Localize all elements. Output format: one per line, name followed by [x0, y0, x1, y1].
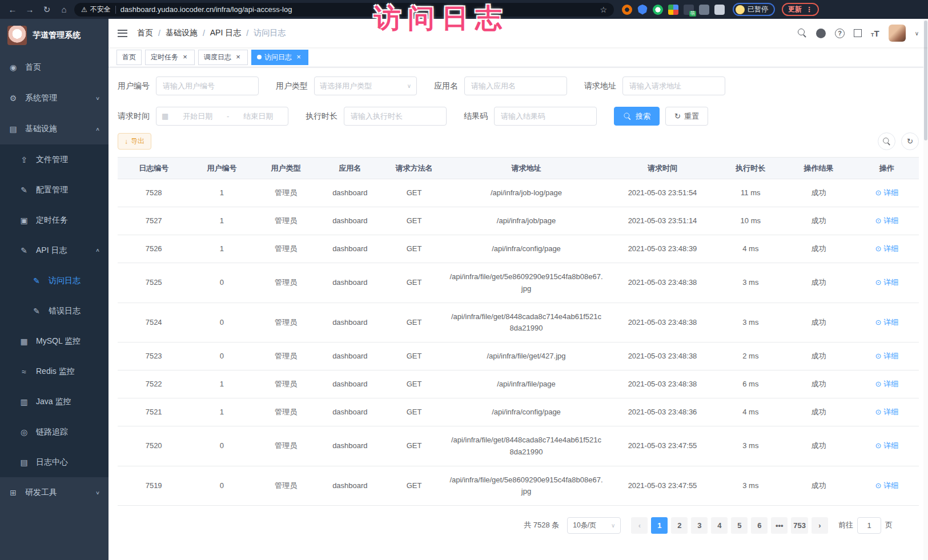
- refresh-button[interactable]: ↻: [901, 132, 919, 150]
- breadcrumb-infra[interactable]: 基础设施: [166, 28, 198, 38]
- help-icon[interactable]: ?: [835, 29, 845, 38]
- extension-shield-icon[interactable]: [637, 5, 648, 15]
- prev-page-button[interactable]: ‹: [631, 517, 648, 534]
- tab-job-log[interactable]: 调度日志 ×: [198, 50, 248, 65]
- page-scrollbar[interactable]: [923, 19, 928, 560]
- browser-update-button[interactable]: 更新 ⋮: [782, 3, 819, 16]
- page-button-2[interactable]: 2: [671, 517, 688, 534]
- sidebar-item-job[interactable]: ▣ 定时任务: [0, 205, 109, 235]
- chevron-up-icon: ∧: [95, 248, 100, 253]
- page-size-value: 10条/页: [573, 521, 596, 530]
- tab-access-log[interactable]: 访问日志 ×: [251, 50, 308, 65]
- search-button[interactable]: 搜索: [614, 107, 660, 126]
- extension-icon[interactable]: [622, 5, 632, 15]
- tab-home[interactable]: 首页: [116, 50, 142, 65]
- github-icon[interactable]: [816, 29, 826, 38]
- sidebar-item-log-center[interactable]: ▤ 日志中心: [0, 447, 109, 477]
- result-code-input[interactable]: [494, 107, 597, 126]
- extension-badge: 萌: [689, 11, 696, 17]
- page-size-select[interactable]: 10条/页 ∨: [567, 517, 621, 534]
- eye-icon: ⊙: [875, 187, 881, 199]
- detail-link[interactable]: ⊙详细: [875, 215, 898, 227]
- sidebar-item-error-log[interactable]: ✎ 错误日志: [0, 296, 109, 326]
- tab-job[interactable]: 定时任务 ×: [145, 50, 195, 65]
- sidebar-item-redis[interactable]: ≈ Redis 监控: [0, 356, 109, 386]
- actions-cell: ⊙详细: [855, 398, 919, 426]
- browser-forward-icon[interactable]: →: [23, 3, 37, 17]
- toggle-search-button[interactable]: [878, 132, 895, 150]
- bookmark-star-icon[interactable]: ☆: [600, 5, 607, 14]
- col-duration: 执行时长: [718, 158, 782, 179]
- request-url-input[interactable]: [622, 76, 725, 95]
- sidebar-item-file[interactable]: ⇪ 文件管理: [0, 144, 109, 175]
- sidebar-item-infra[interactable]: ▤ 基础设施 ∧: [0, 114, 109, 144]
- page-button-last[interactable]: 753: [791, 517, 808, 534]
- sidebar-item-home[interactable]: ◉ 首页: [0, 52, 109, 83]
- close-icon[interactable]: ×: [234, 53, 242, 61]
- browser-home-icon[interactable]: ⌂: [57, 3, 71, 17]
- page-button-4[interactable]: 4: [711, 517, 728, 534]
- security-warning[interactable]: ⚠ 不安全: [81, 5, 111, 14]
- detail-link[interactable]: ⊙详细: [875, 406, 898, 418]
- sidebar-item-api-log[interactable]: ✎ API 日志 ∧: [0, 235, 109, 265]
- browser-reload-icon[interactable]: ↻: [40, 3, 54, 17]
- extension-icon[interactable]: [699, 5, 709, 15]
- hamburger-icon[interactable]: [118, 30, 127, 37]
- sidebar-item-mysql[interactable]: ▦ MySQL 监控: [0, 326, 109, 356]
- fullscreen-icon[interactable]: [854, 29, 862, 37]
- address-bar[interactable]: ⚠ 不安全 dashboard.yudao.iocoder.cn/infra/l…: [74, 3, 614, 17]
- app-name-input[interactable]: [464, 76, 567, 95]
- breadcrumb-api-log[interactable]: API 日志: [210, 28, 241, 38]
- page-button-5[interactable]: 5: [731, 517, 748, 534]
- detail-link[interactable]: ⊙详细: [875, 440, 898, 452]
- duration-cell: 3 ms: [718, 466, 782, 505]
- sidebar-item-java[interactable]: ▥ Java 监控: [0, 386, 109, 417]
- detail-link[interactable]: ⊙详细: [875, 378, 898, 390]
- user-avatar[interactable]: [889, 25, 906, 42]
- detail-link[interactable]: ⊙详细: [875, 243, 898, 255]
- table-row: 75271管理员dashboardGET/api/infra/job/page2…: [118, 207, 919, 235]
- sidebar-item-trace[interactable]: ◎ 链路追踪: [0, 417, 109, 447]
- user-id-input[interactable]: [156, 76, 259, 95]
- table-header-row: 日志编号 用户编号 用户类型 应用名 请求方法名 请求地址 请求时间 执行时长 …: [118, 158, 919, 179]
- user-type-select[interactable]: 请选择用户类型 ∨: [314, 76, 417, 95]
- actions-cell: ⊙详细: [855, 370, 919, 398]
- page-button-3[interactable]: 3: [691, 517, 708, 534]
- chevron-down-icon[interactable]: ∨: [915, 30, 919, 37]
- browser-back-icon[interactable]: ←: [6, 3, 19, 17]
- breadcrumb-home[interactable]: 首页: [137, 28, 153, 38]
- extension-icon[interactable]: 萌: [684, 5, 694, 15]
- text-size-icon[interactable]: TT: [871, 29, 879, 38]
- close-icon[interactable]: ×: [181, 53, 189, 61]
- profile-paused-chip[interactable]: 已暂停: [733, 3, 775, 16]
- duration-input[interactable]: [344, 107, 447, 126]
- detail-link[interactable]: ⊙详细: [875, 317, 898, 328]
- search-icon[interactable]: [798, 29, 807, 38]
- sidebar-item-label: 文件管理: [36, 155, 68, 165]
- page-button-1[interactable]: 1: [651, 517, 668, 534]
- goto-page-input[interactable]: [857, 517, 881, 534]
- app-logo-row[interactable]: 芋道管理系统: [0, 19, 109, 52]
- sidebar-item-system[interactable]: ⚙ 系统管理 ∨: [0, 83, 109, 114]
- close-icon[interactable]: ×: [295, 53, 303, 61]
- sidebar-item-access-log[interactable]: ✎ 访问日志: [0, 265, 109, 296]
- detail-link[interactable]: ⊙详细: [875, 187, 898, 199]
- more-pages-button[interactable]: •••: [771, 517, 788, 534]
- reset-button[interactable]: ↻ 重置: [665, 107, 708, 126]
- sidebar-item-config[interactable]: ✎ 配置管理: [0, 175, 109, 205]
- page-button-6[interactable]: 6: [751, 517, 768, 534]
- next-page-button[interactable]: ›: [812, 517, 828, 534]
- detail-link[interactable]: ⊙详细: [875, 350, 898, 362]
- user-id-cell: 1: [190, 207, 254, 235]
- extension-icon[interactable]: [653, 5, 663, 15]
- request-time-range-picker[interactable]: ▦ 开始日期 - 结束日期: [156, 107, 288, 126]
- detail-link[interactable]: ⊙详细: [875, 277, 898, 288]
- detail-link[interactable]: ⊙详细: [875, 480, 898, 491]
- sidebar-item-dev-tools[interactable]: ⊞ 研发工具 ∨: [0, 477, 109, 508]
- export-button[interactable]: ↓ 导出: [118, 133, 151, 150]
- extension-icon[interactable]: [668, 5, 678, 15]
- extensions-puzzle-icon[interactable]: [714, 5, 725, 15]
- detail-link-label: 详细: [883, 243, 898, 255]
- actions-cell: ⊙详细: [855, 263, 919, 303]
- kebab-menu-icon[interactable]: ⋮: [806, 6, 813, 14]
